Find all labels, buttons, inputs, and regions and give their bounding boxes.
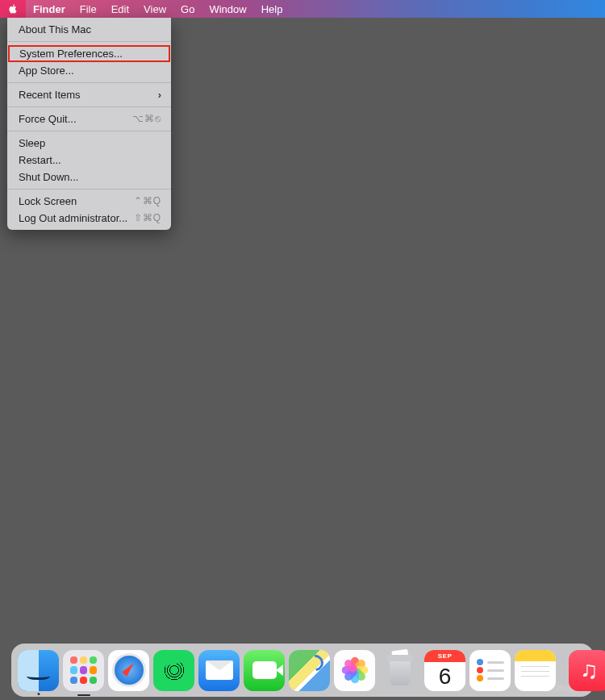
- menu-item-label: Lock Screen: [19, 195, 77, 207]
- menu-recent-items[interactable]: Recent Items ›: [7, 86, 171, 103]
- menubar-window[interactable]: Window: [202, 0, 253, 18]
- calendar-day-label: 6: [424, 662, 465, 691]
- menu-item-label: System Preferences...: [19, 48, 123, 60]
- menu-lock-screen[interactable]: Lock Screen ⌃⌘Q: [7, 193, 171, 210]
- dock-photos-icon[interactable]: [334, 650, 375, 691]
- menubar-go[interactable]: Go: [173, 0, 202, 18]
- dock-spotify-icon[interactable]: [153, 650, 194, 691]
- menubar-help[interactable]: Help: [254, 0, 290, 18]
- menu-system-preferences[interactable]: System Preferences...: [8, 45, 170, 62]
- dock-container: SEP 6 ♫: [11, 644, 594, 697]
- menu-sleep[interactable]: Sleep: [7, 135, 171, 152]
- menu-separator: [7, 131, 171, 131]
- dock-reminders-icon[interactable]: [469, 650, 511, 691]
- menu-bar: Finder File Edit View Go Window Help: [0, 0, 605, 18]
- dock: SEP 6 ♫: [11, 644, 594, 697]
- menu-force-quit[interactable]: Force Quit... ⌥⌘⎋: [7, 110, 171, 127]
- apple-menu-button[interactable]: [0, 0, 26, 18]
- menubar-file[interactable]: File: [73, 0, 104, 18]
- menu-item-label: Sleep: [19, 137, 45, 149]
- menu-item-label: Restart...: [19, 154, 61, 166]
- menubar-view[interactable]: View: [136, 0, 173, 18]
- menubar-app-name[interactable]: Finder: [26, 0, 73, 18]
- keyboard-shortcut: ⇧⌘Q: [134, 212, 161, 224]
- dock-mail-icon[interactable]: [198, 650, 240, 691]
- menu-separator: [7, 82, 171, 83]
- menu-separator: [7, 106, 171, 107]
- dock-trash-icon[interactable]: [379, 650, 420, 691]
- apple-dropdown-menu: About This Mac System Preferences... App…: [7, 18, 171, 230]
- menu-item-label: About This Mac: [19, 23, 91, 35]
- menu-item-label: Shut Down...: [19, 171, 78, 183]
- music-note-icon: ♫: [580, 658, 599, 682]
- keyboard-shortcut: ⌃⌘Q: [134, 195, 161, 207]
- dock-launchpad-icon[interactable]: [63, 650, 104, 691]
- dock-maps-icon[interactable]: [289, 650, 330, 691]
- menu-shut-down[interactable]: Shut Down...: [7, 169, 171, 185]
- menu-about-this-mac[interactable]: About This Mac: [7, 21, 171, 38]
- menu-app-store[interactable]: App Store...: [7, 62, 171, 79]
- menu-log-out[interactable]: Log Out administrator... ⇧⌘Q: [7, 210, 171, 227]
- menubar-edit[interactable]: Edit: [104, 0, 136, 18]
- dock-finder-icon[interactable]: [18, 650, 59, 691]
- chevron-right-icon: ›: [158, 89, 161, 101]
- menu-item-label: Recent Items: [19, 89, 81, 101]
- keyboard-shortcut: ⌥⌘⎋: [132, 113, 161, 125]
- dock-music-icon[interactable]: ♫: [569, 650, 605, 691]
- menu-item-label: App Store...: [19, 65, 74, 77]
- dock-notes-icon[interactable]: [515, 650, 556, 691]
- menu-separator: [7, 41, 171, 42]
- apple-icon: [7, 3, 19, 15]
- dock-facetime-icon[interactable]: [244, 650, 285, 691]
- menu-restart[interactable]: Restart...: [7, 152, 171, 169]
- menu-separator: [7, 189, 171, 190]
- menu-item-label: Log Out administrator...: [19, 212, 127, 224]
- menu-item-label: Force Quit...: [19, 113, 77, 125]
- dock-safari-icon[interactable]: [108, 650, 149, 691]
- dock-calendar-icon[interactable]: SEP 6: [424, 650, 465, 691]
- calendar-month-label: SEP: [424, 650, 465, 662]
